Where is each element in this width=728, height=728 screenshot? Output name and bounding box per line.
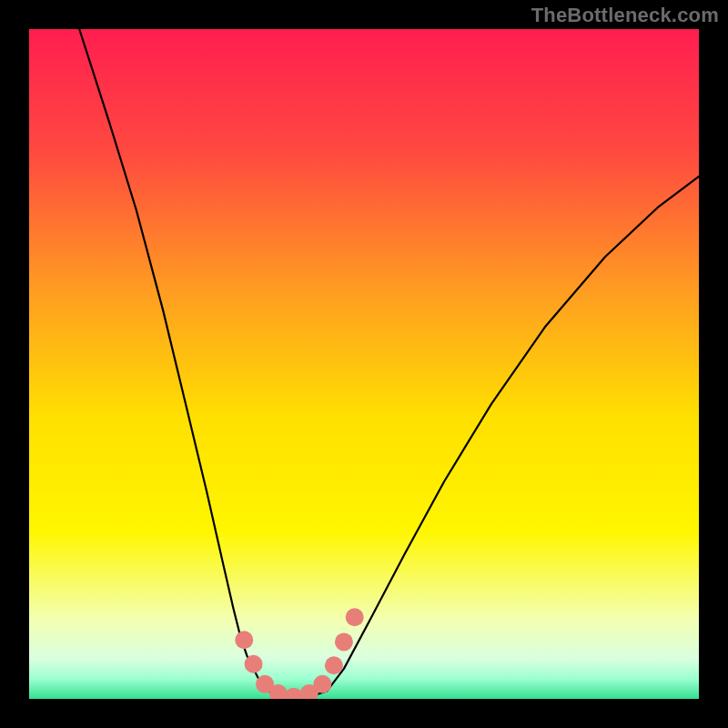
chart-stage: TheBottleneck.com: [0, 0, 728, 728]
plot-area: [29, 29, 699, 699]
watermark-text: TheBottleneck.com: [531, 4, 719, 27]
svg-rect-0: [29, 29, 699, 699]
background-gradient: [29, 29, 699, 699]
